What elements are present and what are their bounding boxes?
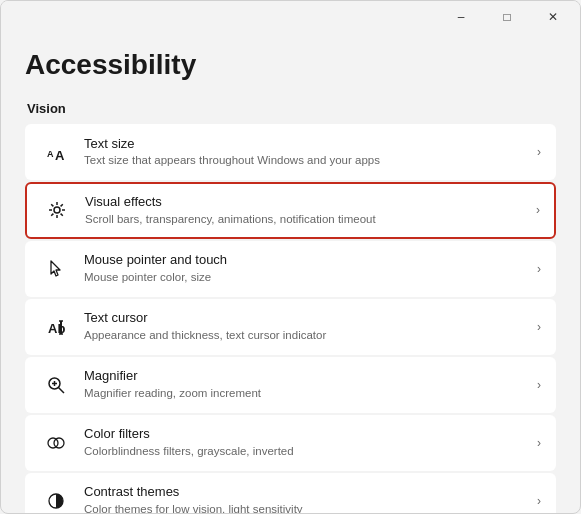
magnifier-desc: Magnifier reading, zoom increment xyxy=(84,386,529,401)
svg-text:A: A xyxy=(47,149,54,159)
magnifier-icon xyxy=(40,369,72,401)
contrast-themes-icon xyxy=(40,485,72,513)
text-cursor-name: Text cursor xyxy=(84,310,529,327)
svg-line-10 xyxy=(51,214,53,216)
setting-item-text-size[interactable]: A A Text size Text size that appears thr… xyxy=(25,124,556,180)
color-filters-desc: Colorblindness filters, grayscale, inver… xyxy=(84,444,529,459)
text-cursor-text: Text cursor Appearance and thickness, te… xyxy=(84,310,529,343)
color-filters-chevron: › xyxy=(537,436,541,450)
text-cursor-desc: Appearance and thickness, text cursor in… xyxy=(84,328,529,343)
magnifier-name: Magnifier xyxy=(84,368,529,385)
maximize-button[interactable]: □ xyxy=(484,1,530,33)
text-size-desc: Text size that appears throughout Window… xyxy=(84,153,529,168)
text-size-name: Text size xyxy=(84,136,529,153)
text-size-text: Text size Text size that appears through… xyxy=(84,136,529,169)
svg-line-8 xyxy=(61,214,63,216)
visual-effects-name: Visual effects xyxy=(85,194,528,211)
contrast-themes-chevron: › xyxy=(537,494,541,508)
visual-effects-chevron: › xyxy=(536,203,540,217)
close-icon: ✕ xyxy=(548,10,558,24)
text-size-chevron: › xyxy=(537,145,541,159)
visual-effects-text: Visual effects Scroll bars, transparency… xyxy=(85,194,528,227)
window: – □ ✕ Accessibility Vision A A Text size xyxy=(0,0,581,514)
setting-item-mouse-pointer[interactable]: Mouse pointer and touch Mouse pointer co… xyxy=(25,241,556,297)
svg-text:A: A xyxy=(55,148,65,162)
svg-line-16 xyxy=(59,387,65,393)
section-label: Vision xyxy=(27,101,556,116)
minimize-icon: – xyxy=(458,10,465,24)
color-filters-name: Color filters xyxy=(84,426,529,443)
mouse-pointer-text: Mouse pointer and touch Mouse pointer co… xyxy=(84,252,529,285)
visual-effects-icon xyxy=(41,194,73,226)
svg-point-20 xyxy=(54,438,64,448)
setting-item-magnifier[interactable]: Magnifier Magnifier reading, zoom increm… xyxy=(25,357,556,413)
setting-item-contrast-themes[interactable]: Contrast themes Color themes for low vis… xyxy=(25,473,556,513)
title-bar: – □ ✕ xyxy=(1,1,580,33)
color-filters-icon xyxy=(40,427,72,459)
mouse-pointer-chevron: › xyxy=(537,262,541,276)
text-cursor-chevron: › xyxy=(537,320,541,334)
contrast-themes-desc: Color themes for low vision, light sensi… xyxy=(84,502,529,513)
svg-line-9 xyxy=(61,205,63,207)
svg-line-7 xyxy=(51,205,53,207)
text-size-icon: A A xyxy=(40,136,72,168)
close-button[interactable]: ✕ xyxy=(530,1,576,33)
visual-effects-desc: Scroll bars, transparency, animations, n… xyxy=(85,212,528,227)
settings-list: A A Text size Text size that appears thr… xyxy=(25,124,556,513)
color-filters-text: Color filters Colorblindness filters, gr… xyxy=(84,426,529,459)
main-content: Accessibility Vision A A Text size Text … xyxy=(1,33,580,513)
setting-item-color-filters[interactable]: Color filters Colorblindness filters, gr… xyxy=(25,415,556,471)
magnifier-text: Magnifier Magnifier reading, zoom increm… xyxy=(84,368,529,401)
minimize-button[interactable]: – xyxy=(438,1,484,33)
contrast-themes-text: Contrast themes Color themes for low vis… xyxy=(84,484,529,513)
page-title: Accessibility xyxy=(25,49,556,81)
setting-item-text-cursor[interactable]: Ab Text cursor Appearance and thickness,… xyxy=(25,299,556,355)
text-cursor-icon: Ab xyxy=(40,311,72,343)
svg-point-2 xyxy=(54,207,60,213)
maximize-icon: □ xyxy=(503,10,510,24)
svg-point-19 xyxy=(48,438,58,448)
mouse-pointer-desc: Mouse pointer color, size xyxy=(84,270,529,285)
mouse-pointer-name: Mouse pointer and touch xyxy=(84,252,529,269)
setting-item-visual-effects[interactable]: Visual effects Scroll bars, transparency… xyxy=(25,182,556,239)
mouse-pointer-icon xyxy=(40,253,72,285)
magnifier-chevron: › xyxy=(537,378,541,392)
contrast-themes-name: Contrast themes xyxy=(84,484,529,501)
